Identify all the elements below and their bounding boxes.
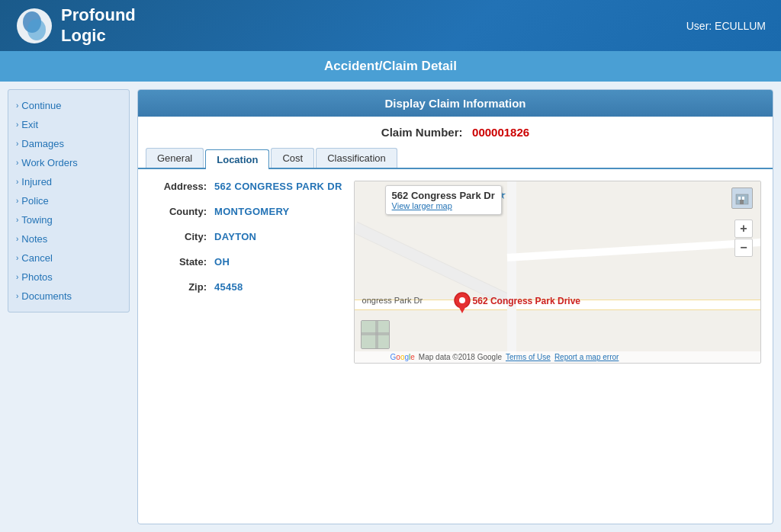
chevron-icon: ›	[16, 273, 18, 281]
chevron-icon: ›	[16, 178, 18, 186]
tab-cost[interactable]: Cost	[271, 148, 314, 168]
sidebar-item-exit[interactable]: › Exit	[8, 115, 129, 134]
tab-bar: General Location Cost Classification	[138, 148, 773, 169]
sidebar-item-label: Towing	[21, 214, 52, 226]
county-label: County:	[149, 206, 207, 217]
sidebar-item-photos[interactable]: › Photos	[8, 268, 129, 287]
map-zoom-controls: + −	[734, 220, 753, 257]
sidebar-item-label: Documents	[21, 290, 72, 302]
sidebar-item-towing[interactable]: › Towing	[8, 210, 129, 229]
sidebar-item-label: Injured	[21, 176, 52, 187]
map-copyright: Map data ©2018 Google	[419, 353, 502, 361]
map-footer: Google Map data ©2018 Google Terms of Us…	[355, 351, 760, 363]
building-svg	[734, 191, 750, 206]
address-row: Address: 562 CONGRESS PARK DR	[149, 181, 342, 192]
user-display: User: ECULLUM	[686, 20, 766, 32]
chevron-icon: ›	[16, 254, 18, 262]
sidebar: › Continue › Exit › Damages › Work Order…	[8, 89, 130, 312]
chevron-icon: ›	[16, 292, 18, 300]
zip-value: 45458	[214, 281, 243, 293]
sidebar-item-continue[interactable]: › Continue	[8, 96, 129, 115]
svg-rect-8	[507, 181, 516, 363]
map-building-icon	[731, 187, 753, 209]
svg-marker-17	[458, 305, 467, 313]
sidebar-item-label: Exit	[21, 119, 38, 130]
claim-number-label: Claim Number:	[381, 126, 463, 139]
map-info-box: 562 Congress Park Dr View larger map	[385, 185, 502, 215]
state-row: State: OH	[149, 256, 342, 268]
map-thumbnail[interactable]	[361, 320, 390, 349]
map-pin-svg	[454, 292, 471, 315]
city-label: City:	[149, 231, 207, 242]
google-logo-e: e	[410, 353, 415, 361]
chevron-icon: ›	[16, 101, 18, 110]
address-value: 562 CONGRESS PARK DR	[214, 181, 342, 192]
svg-rect-13	[742, 197, 744, 200]
map-terms[interactable]: Terms of Use	[506, 353, 551, 361]
logo: Profound Logic	[15, 5, 136, 46]
svg-rect-14	[740, 200, 744, 204]
county-row: County: MONTGOMERY	[149, 206, 342, 217]
map-marker-label: 562 Congress Park Drive	[473, 296, 580, 306]
chevron-icon: ›	[16, 197, 18, 205]
svg-rect-12	[738, 197, 741, 200]
svg-point-16	[459, 297, 465, 303]
zip-row: Zip: 45458	[149, 281, 342, 293]
address-fields: Address: 562 CONGRESS PARK DR County: MO…	[149, 181, 342, 364]
chevron-icon: ›	[16, 139, 18, 148]
map-info-title: 562 Congress Park Dr	[392, 190, 495, 201]
county-value: MONTGOMERY	[214, 206, 290, 217]
logo-text: Profound Logic	[61, 5, 136, 46]
sidebar-item-work-orders[interactable]: › Work Orders	[8, 153, 129, 172]
sidebar-item-label: Notes	[21, 233, 47, 245]
sidebar-item-label: Photos	[21, 271, 52, 283]
page-title: Accident/Claim Detail	[0, 51, 781, 82]
zip-label: Zip:	[149, 281, 207, 293]
sidebar-item-label: Cancel	[21, 252, 52, 264]
svg-line-9	[507, 242, 760, 258]
sidebar-item-label: Police	[21, 195, 48, 207]
claim-number-row: Claim Number: 000001826	[138, 117, 773, 148]
claim-number-value: 000001826	[472, 126, 529, 139]
city-value: DAYTON	[214, 231, 256, 242]
location-content: Address: 562 CONGRESS PARK DR County: MO…	[138, 169, 773, 375]
thumbnail-svg	[362, 321, 390, 349]
sidebar-item-label: Damages	[21, 138, 64, 149]
zoom-out-button[interactable]: −	[734, 239, 753, 257]
sidebar-item-damages[interactable]: › Damages	[8, 134, 129, 153]
map-container[interactable]: 562 Congress Park Dr View larger map ★	[354, 181, 761, 364]
sidebar-item-cancel[interactable]: › Cancel	[8, 248, 129, 268]
chevron-icon: ›	[16, 216, 18, 224]
zoom-in-button[interactable]: +	[734, 220, 753, 238]
svg-point-2	[27, 19, 46, 40]
chevron-icon: ›	[16, 235, 18, 243]
sidebar-item-injured[interactable]: › Injured	[8, 172, 129, 191]
state-value: OH	[214, 256, 230, 268]
tab-general[interactable]: General	[146, 148, 204, 168]
sidebar-item-documents[interactable]: › Documents	[8, 287, 129, 306]
header: Profound Logic User: ECULLUM	[0, 0, 781, 51]
chevron-icon: ›	[16, 120, 18, 129]
panel-header: Display Claim Information	[138, 90, 773, 117]
svg-line-6	[355, 227, 507, 300]
content-panel: Display Claim Information Claim Number: …	[137, 89, 773, 524]
sidebar-item-notes[interactable]: › Notes	[8, 229, 129, 248]
logo-icon	[15, 7, 53, 45]
map-background: 562 Congress Park Dr View larger map ★	[355, 181, 760, 363]
tab-location[interactable]: Location	[205, 149, 269, 169]
city-row: City: DAYTON	[149, 231, 342, 242]
svg-rect-20	[375, 321, 378, 349]
address-label: Address:	[149, 181, 207, 192]
sidebar-item-police[interactable]: › Police	[8, 191, 129, 210]
map-info-link[interactable]: View larger map	[392, 201, 495, 210]
map-report[interactable]: Report a map error	[554, 353, 619, 361]
state-label: State:	[149, 256, 207, 268]
map-marker: 562 Congress Park Drive	[454, 292, 471, 318]
chevron-icon: ›	[16, 159, 18, 167]
road-label: ongress Park Dr	[362, 296, 423, 305]
sidebar-item-label: Work Orders	[21, 157, 77, 168]
main-content: › Continue › Exit › Damages › Work Order…	[0, 82, 781, 532]
tab-classification[interactable]: Classification	[316, 148, 397, 168]
sidebar-item-label: Continue	[21, 100, 61, 111]
